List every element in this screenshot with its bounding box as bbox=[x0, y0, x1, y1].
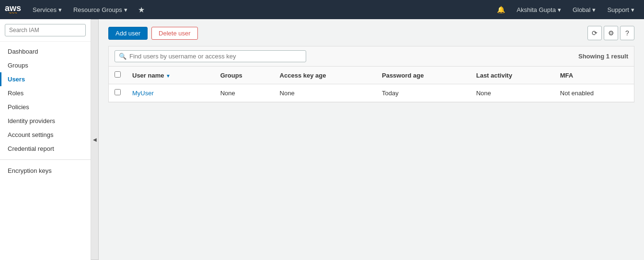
result-count: Showing 1 result bbox=[578, 53, 628, 60]
user-search-box[interactable]: 🔍 bbox=[115, 50, 306, 62]
refresh-button[interactable]: ⟳ bbox=[587, 26, 602, 40]
chevron-down-icon: ▾ bbox=[558, 6, 561, 13]
row-last-activity: None bbox=[471, 84, 554, 102]
sidebar-collapse-button[interactable]: ◀ bbox=[91, 19, 99, 260]
main-content: Add user Delete user ⟳ ⚙ ? 🔍 bbox=[99, 19, 644, 260]
col-header-last-activity[interactable]: Last activity bbox=[471, 67, 554, 84]
toolbar-left: Add user Delete user bbox=[108, 27, 198, 40]
sidebar-item-roles[interactable]: Roles bbox=[0, 86, 91, 100]
sidebar-item-policies[interactable]: Policies bbox=[0, 100, 91, 114]
col-header-mfa[interactable]: MFA bbox=[554, 67, 634, 84]
help-button[interactable]: ? bbox=[620, 26, 634, 40]
sidebar: Dashboard Groups Users Roles Policies Id… bbox=[0, 19, 91, 260]
col-header-password-age[interactable]: Password age bbox=[376, 67, 471, 84]
col-header-groups[interactable]: Groups bbox=[215, 67, 274, 84]
chevron-down-icon: ▾ bbox=[592, 6, 596, 13]
select-all-checkbox[interactable] bbox=[115, 71, 121, 78]
row-groups: None bbox=[215, 84, 274, 102]
nav-region[interactable]: Global ▾ bbox=[568, 0, 601, 19]
sidebar-item-users[interactable]: Users bbox=[0, 72, 91, 86]
gear-icon: ⚙ bbox=[608, 29, 614, 37]
toolbar-right: ⟳ ⚙ ? bbox=[587, 26, 634, 40]
col-header-username[interactable]: User name ▼ bbox=[126, 67, 215, 84]
chevron-down-icon: ▾ bbox=[124, 6, 127, 13]
sidebar-item-encryption-keys[interactable]: Encryption keys bbox=[0, 164, 91, 178]
delete-user-button[interactable]: Delete user bbox=[151, 27, 197, 40]
sidebar-item-credential-report[interactable]: Credential report bbox=[0, 142, 91, 156]
add-user-button[interactable]: Add user bbox=[108, 27, 148, 40]
row-checkbox-cell bbox=[109, 84, 126, 102]
notifications-icon[interactable]: 🔔 bbox=[492, 0, 510, 19]
users-table-container: 🔍 Showing 1 result User name ▼ bbox=[108, 46, 634, 102]
row-password-age: Today bbox=[376, 84, 471, 102]
aws-logo[interactable]: aws ~~~ bbox=[5, 4, 21, 16]
sidebar-item-groups[interactable]: Groups bbox=[0, 58, 91, 72]
user-link[interactable]: MyUser bbox=[132, 90, 154, 97]
sidebar-item-account-settings[interactable]: Account settings bbox=[0, 128, 91, 142]
toolbar: Add user Delete user ⟳ ⚙ ? bbox=[108, 26, 634, 40]
chevron-down-icon: ▾ bbox=[631, 6, 634, 13]
refresh-icon: ⟳ bbox=[592, 29, 598, 37]
row-mfa: Not enabled bbox=[554, 84, 634, 102]
favorites-icon[interactable]: ★ bbox=[134, 5, 149, 14]
row-select-checkbox[interactable] bbox=[115, 89, 121, 95]
search-icon: 🔍 bbox=[119, 53, 126, 60]
nav-user-menu[interactable]: Akshita Gupta ▾ bbox=[512, 0, 566, 19]
table-header-bar: 🔍 Showing 1 result bbox=[109, 46, 634, 67]
nav-support[interactable]: Support ▾ bbox=[602, 0, 639, 19]
sidebar-item-identity-providers[interactable]: Identity providers bbox=[0, 114, 91, 128]
nav-resource-groups[interactable]: Resource Groups ▾ bbox=[69, 0, 132, 19]
sidebar-divider bbox=[0, 159, 91, 160]
row-username: MyUser bbox=[126, 84, 215, 102]
table-row: MyUser None None Today None Not enabled bbox=[109, 84, 634, 102]
select-all-header bbox=[109, 67, 126, 84]
help-icon: ? bbox=[625, 29, 629, 37]
search-iam-input[interactable] bbox=[5, 24, 86, 36]
sort-icon: ▼ bbox=[166, 73, 171, 79]
sidebar-nav: Dashboard Groups Users Roles Policies Id… bbox=[0, 42, 91, 181]
user-search-input[interactable] bbox=[129, 53, 302, 60]
row-access-key-age: None bbox=[274, 84, 376, 102]
chevron-down-icon: ▾ bbox=[58, 6, 62, 13]
users-table: User name ▼ Groups Access key age Passwo… bbox=[109, 67, 634, 102]
settings-button[interactable]: ⚙ bbox=[604, 26, 618, 40]
sidebar-search-area bbox=[0, 19, 91, 42]
nav-services[interactable]: Services ▾ bbox=[28, 0, 67, 19]
top-navigation: aws ~~~ Services ▾ Resource Groups ▾ ★ 🔔… bbox=[0, 0, 644, 19]
sidebar-item-dashboard[interactable]: Dashboard bbox=[0, 45, 91, 58]
col-header-access-key-age[interactable]: Access key age bbox=[274, 67, 376, 84]
